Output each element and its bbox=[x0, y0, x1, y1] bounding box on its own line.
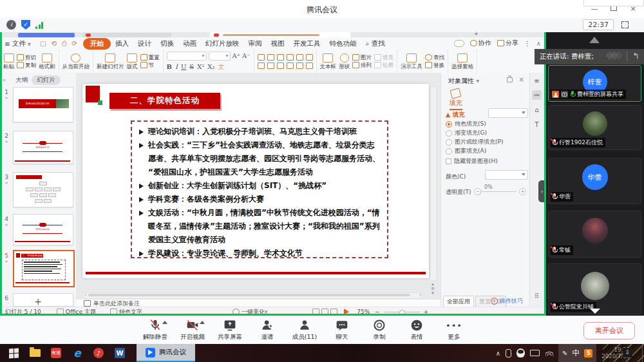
tab-outline[interactable]: 大纲 bbox=[15, 76, 28, 84]
selection-pane-button[interactable]: 选择窗格 bbox=[451, 53, 473, 70]
find-button[interactable]: 查找 bbox=[425, 54, 444, 61]
tab-view[interactable]: 视图 bbox=[267, 38, 289, 50]
format-painter-button[interactable]: 格式刷 bbox=[39, 53, 55, 70]
radio-pattern-fill[interactable]: 图案填充(A) bbox=[446, 147, 486, 155]
sogou-icon[interactable]: S bbox=[584, 349, 592, 357]
fill-button[interactable]: 填充 bbox=[374, 54, 393, 61]
video-options-arrow[interactable] bbox=[200, 321, 205, 324]
columns-icon[interactable] bbox=[296, 62, 303, 69]
align-right-icon[interactable] bbox=[277, 62, 284, 69]
start-video-button[interactable]: 开启视频 bbox=[174, 319, 211, 341]
replace-button[interactable]: 替换 bbox=[425, 62, 444, 69]
hide-background-checkbox[interactable]: 隐藏背景图形(H) bbox=[446, 157, 498, 166]
tab-slideshow[interactable]: 幻灯片放映 bbox=[201, 38, 244, 50]
tab-devtools[interactable]: 开发工具 bbox=[289, 38, 325, 50]
edge-icon[interactable]: e bbox=[70, 345, 85, 361]
scroll-left-icon[interactable]: ‹ bbox=[85, 292, 87, 298]
quick-access-icons[interactable]: ▢ ⟲ ⎙ ⟳ bbox=[35, 38, 83, 49]
superscript-button[interactable]: X² bbox=[197, 63, 204, 70]
apply-all-button[interactable]: 全部应用 bbox=[443, 296, 474, 307]
wps-doc-tab-strip[interactable]: + bbox=[0, 32, 546, 37]
layout-button[interactable]: 版式 bbox=[127, 53, 138, 70]
ribbon-find[interactable]: ⌕ 查找 bbox=[361, 38, 390, 50]
file-explorer-icon[interactable] bbox=[27, 345, 43, 361]
subscript-button[interactable]: X₂ bbox=[207, 63, 214, 70]
animation-pane-icon[interactable]: ⌂ bbox=[532, 105, 542, 115]
zoom-slider[interactable] bbox=[384, 312, 420, 312]
share-button[interactable]: 分享 bbox=[497, 39, 518, 48]
close-panel-icon[interactable]: × bbox=[519, 76, 524, 83]
horizontal-scrollbar[interactable]: ‹ › bbox=[84, 292, 422, 299]
tab-review[interactable]: 审阅 bbox=[244, 38, 267, 50]
more-kebab-icon[interactable]: ⋮ bbox=[524, 40, 531, 47]
font-name-select[interactable]: ▾ bbox=[167, 52, 207, 61]
reset-button[interactable]: 重置 bbox=[140, 54, 160, 61]
font-grow-button[interactable]: A⁺ bbox=[232, 52, 241, 59]
transparency-plus-icon[interactable]: + bbox=[519, 188, 526, 195]
cut-button[interactable]: 剪切 bbox=[17, 54, 36, 61]
participant-tile[interactable]: 梓萱 费梓萱的屏幕共享 bbox=[548, 65, 641, 102]
tray-device-icon[interactable] bbox=[530, 350, 540, 356]
participant-tile[interactable]: 行管1902石佳悦 bbox=[548, 105, 641, 150]
chat-button[interactable]: 聊天 bbox=[323, 319, 361, 341]
tray-expand-icon[interactable]: ∧ bbox=[496, 350, 500, 357]
tab-home[interactable]: 开始 bbox=[83, 38, 111, 50]
slide-canvas[interactable]: 二、学院特色活动 理论知识培训：入党积极分子培训班、马克思主义骨干培训班 社会实… bbox=[82, 84, 429, 278]
justify-icon[interactable] bbox=[287, 62, 294, 69]
scroll-thumb[interactable] bbox=[88, 294, 410, 296]
font-shrink-button[interactable]: A⁻ bbox=[242, 52, 251, 59]
grid-view-icon[interactable]: ⠿ bbox=[532, 291, 542, 301]
radio-gradient-fill[interactable]: 渐变填充(G) bbox=[446, 129, 487, 137]
slide-thumbnail-1[interactable]: 特色活动与社团介绍 bbox=[13, 87, 73, 122]
tab-insert[interactable]: 插入 bbox=[111, 38, 133, 50]
indent-decrease-icon[interactable] bbox=[277, 54, 284, 61]
textbox-button[interactable]: 文本框 bbox=[320, 53, 337, 70]
present-tools-button[interactable]: 演示工具 bbox=[401, 53, 422, 70]
collab-button[interactable]: 协作 bbox=[470, 39, 491, 48]
text-direction-icon[interactable] bbox=[306, 54, 313, 61]
leave-meeting-button[interactable]: 离开会议 bbox=[583, 322, 635, 339]
fullscreen-icon[interactable] bbox=[621, 21, 629, 28]
collapse-ribbon-icon[interactable]: ∧ bbox=[536, 40, 541, 47]
participant-tile[interactable]: 华蕾 华蕾 bbox=[548, 158, 641, 204]
fill-section-header[interactable]: ▲ 填充 bbox=[446, 111, 465, 119]
bullet-list-icon[interactable] bbox=[258, 54, 265, 61]
meeting-info-icon[interactable]: i bbox=[6, 20, 16, 30]
properties-pane-icon[interactable]: ≔ bbox=[532, 90, 542, 100]
arrange-button[interactable]: 排列 bbox=[352, 62, 372, 69]
participant-tile[interactable]: 公管院党川铺 bbox=[548, 263, 641, 314]
panel-collapse-arrow-icon[interactable] bbox=[589, 37, 600, 43]
tab-slides[interactable]: 幻灯片 bbox=[32, 75, 61, 85]
font-size-select[interactable]: ▾ bbox=[209, 52, 231, 61]
unmute-button[interactable]: 解除静音 bbox=[137, 319, 174, 341]
scroll-right-icon[interactable]: › bbox=[419, 292, 421, 298]
tips-link[interactable]: i操作技巧 bbox=[491, 297, 523, 305]
copy-button[interactable]: 复制 bbox=[17, 62, 36, 69]
taskbar-active-meeting[interactable]: 腾讯会议 bbox=[137, 344, 195, 362]
wps-doc-tab-1[interactable] bbox=[82, 33, 171, 37]
collapse-panel-icon[interactable]: « bbox=[3, 77, 6, 83]
text-tool-icon[interactable]: T bbox=[532, 120, 542, 129]
cloud-sync-icon[interactable] bbox=[454, 40, 464, 47]
slide-thumbnail-4[interactable]: 学院特色活动 bbox=[13, 214, 73, 245]
shape-button[interactable]: 形状 bbox=[339, 53, 350, 70]
tab-animation[interactable]: 动画 bbox=[178, 38, 201, 50]
participant-tile[interactable]: 常铖 bbox=[548, 211, 641, 258]
emoji-button[interactable]: 表情 bbox=[398, 319, 435, 341]
bold-button[interactable]: B bbox=[167, 63, 172, 70]
tab-design[interactable]: 设计 bbox=[133, 38, 156, 50]
wps-home-tab[interactable] bbox=[18, 33, 75, 37]
line-spacing-icon[interactable] bbox=[296, 54, 303, 61]
share-screen-button[interactable]: 共享屏幕 bbox=[211, 319, 249, 341]
underline-button[interactable]: U bbox=[181, 63, 186, 70]
char-format-button[interactable]: 文 bbox=[218, 62, 224, 71]
more-button[interactable]: ••• 更多 bbox=[435, 319, 473, 341]
mic-options-arrow[interactable] bbox=[162, 321, 167, 324]
file-menu[interactable]: ≡ 文件 ▾ bbox=[0, 38, 35, 50]
number-list-icon[interactable] bbox=[267, 54, 274, 61]
vertical-scrollbar[interactable] bbox=[430, 86, 437, 281]
tab-transition[interactable]: 切换 bbox=[156, 38, 178, 50]
show-desktop-divider[interactable] bbox=[642, 344, 643, 362]
add-slide-button[interactable]: + bbox=[0, 296, 76, 307]
scroll-page-buttons[interactable]: ▴≡▾ bbox=[430, 282, 436, 296]
